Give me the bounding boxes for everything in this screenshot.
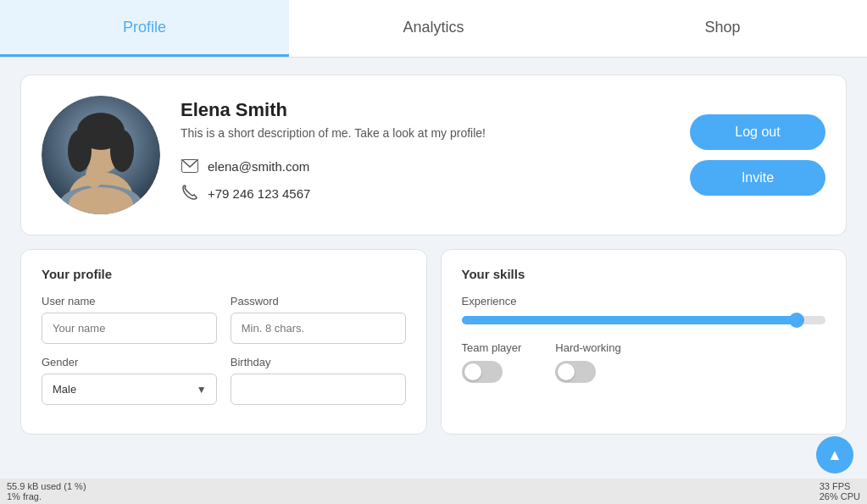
phone-icon bbox=[181, 184, 199, 202]
profile-description: This is a short description of me. Take … bbox=[181, 126, 670, 140]
password-group: Password bbox=[231, 295, 406, 344]
profile-name: Elena Smith bbox=[181, 99, 670, 121]
profile-actions: Log out Invite bbox=[690, 114, 825, 196]
username-input[interactable] bbox=[42, 313, 217, 344]
team-player-group: Team player bbox=[462, 341, 522, 383]
tab-profile[interactable]: Profile bbox=[0, 0, 289, 57]
scroll-up-button[interactable]: ▲ bbox=[816, 436, 853, 474]
svg-point-9 bbox=[86, 164, 103, 188]
main-content: Elena Smith This is a short description … bbox=[0, 58, 867, 451]
birthday-label: Birthday bbox=[231, 356, 406, 368]
your-profile-title: Your profile bbox=[42, 267, 406, 281]
email-icon bbox=[181, 157, 199, 175]
team-player-toggle[interactable] bbox=[462, 361, 503, 383]
logout-button[interactable]: Log out bbox=[690, 114, 825, 150]
experience-label: Experience bbox=[462, 295, 826, 307]
avatar bbox=[42, 96, 160, 214]
status-performance: 33 FPS 26% CPU bbox=[820, 481, 860, 501]
tab-shop[interactable]: Shop bbox=[578, 0, 867, 57]
username-group: User name bbox=[42, 295, 217, 344]
hard-working-toggle[interactable] bbox=[555, 361, 596, 383]
gender-select[interactable]: Male Female Other bbox=[42, 374, 217, 405]
birthday-input[interactable] bbox=[231, 374, 406, 405]
invite-button[interactable]: Invite bbox=[690, 160, 825, 196]
password-label: Password bbox=[231, 295, 406, 307]
svg-point-5 bbox=[68, 130, 92, 172]
gender-select-wrap: Male Female Other ▼ bbox=[42, 374, 217, 405]
your-skills-title: Your skills bbox=[462, 267, 826, 281]
username-password-row: User name Password bbox=[42, 295, 406, 344]
gender-label: Gender bbox=[42, 356, 217, 368]
username-label: User name bbox=[42, 295, 217, 307]
email-value: elena@smith.com bbox=[208, 159, 309, 174]
experience-progress-bar[interactable] bbox=[462, 316, 826, 324]
phone-row: +79 246 123 4567 bbox=[181, 184, 670, 202]
phone-value: +79 246 123 4567 bbox=[208, 186, 310, 201]
gender-birthday-row: Gender Male Female Other ▼ Birthday bbox=[42, 356, 406, 405]
your-skills-card: Your skills Experience Team player Hard-… bbox=[441, 249, 848, 435]
hard-working-knob bbox=[558, 363, 575, 380]
hard-working-label: Hard-working bbox=[555, 341, 620, 354]
birthday-group: Birthday bbox=[231, 356, 406, 405]
tab-bar: Profile Analytics Shop bbox=[0, 0, 867, 58]
toggles-row: Team player Hard-working bbox=[462, 341, 826, 383]
experience-thumb bbox=[789, 313, 804, 328]
bottom-row: Your profile User name Password Gender M… bbox=[20, 249, 847, 435]
experience-fill bbox=[462, 316, 797, 324]
hard-working-group: Hard-working bbox=[555, 341, 620, 383]
status-bar: 55.9 kB used (1 %) 1% frag. 33 FPS 26% C… bbox=[0, 479, 867, 504]
status-memory: 55.9 kB used (1 %) 1% frag. bbox=[7, 481, 86, 501]
team-player-label: Team player bbox=[462, 341, 522, 354]
gender-group: Gender Male Female Other ▼ bbox=[42, 356, 217, 405]
svg-point-6 bbox=[110, 130, 134, 172]
team-player-knob bbox=[464, 363, 481, 380]
arrow-up-icon: ▲ bbox=[827, 446, 842, 464]
email-row: elena@smith.com bbox=[181, 157, 670, 175]
profile-card: Elena Smith This is a short description … bbox=[20, 75, 847, 235]
profile-info: Elena Smith This is a short description … bbox=[181, 99, 670, 211]
password-input[interactable] bbox=[231, 313, 406, 344]
your-profile-card: Your profile User name Password Gender M… bbox=[20, 249, 427, 435]
tab-analytics[interactable]: Analytics bbox=[289, 0, 578, 57]
